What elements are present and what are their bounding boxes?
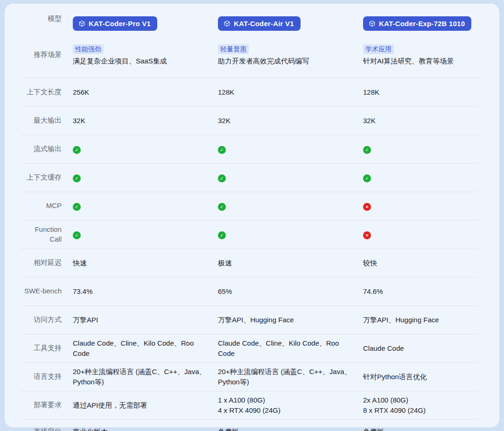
cell-exp: 较快	[363, 258, 478, 268]
table-row-streaming: 流式输出 ✓ ✓ ✓	[21, 135, 478, 163]
cell-pro: 256K	[73, 87, 218, 97]
row-label: 上下文长度	[21, 87, 73, 97]
check-icon: ✓	[363, 174, 371, 182]
row-label: Function Call	[21, 225, 73, 244]
cell-air: Claude Code、Cline、Kilo Code、Roo Code	[218, 338, 363, 359]
row-label: 上下文缓存	[21, 173, 73, 182]
scenario-desc-pro: 满足复杂企业项目、SaaS集成	[73, 56, 208, 66]
cell-exp: 32K	[363, 116, 478, 126]
cell-exp: Claude Code	[363, 343, 478, 354]
cell-pro: 商业化版本	[73, 427, 218, 431]
cell-air: 1 x A100 (80G) 4 x RTX 4090 (24G)	[218, 395, 363, 416]
row-label-scenario: 推荐场景	[21, 50, 73, 59]
cell-air: 免费版	[218, 427, 363, 431]
check-icon: ✓	[218, 146, 226, 154]
model-badge-pro[interactable]: KAT-Coder-Pro V1	[73, 16, 157, 31]
cell-exp: 免费版	[363, 427, 478, 431]
scenario-row: 推荐场景 性能强劲 满足复杂企业项目、SaaS集成 轻量普惠 助力开发者高效完成…	[21, 34, 478, 78]
table-row-function-call: Function Call ✓ ✓ ✕	[21, 220, 478, 249]
row-label-model: 模型	[21, 14, 73, 23]
table-row-deployment: 部署要求 通过API使用，无需部署 1 x A100 (80G) 4 x RTX…	[21, 391, 478, 419]
model-badge-label: KAT-Coder-Pro V1	[89, 19, 151, 29]
scenario-desc-exp: 针对AI算法研究、教育等场景	[363, 56, 468, 66]
row-label: 访问方式	[21, 315, 73, 324]
check-icon: ✓	[73, 146, 81, 154]
check-icon: ✓	[363, 146, 371, 154]
check-icon: ✓	[218, 174, 226, 182]
row-label: 市场定位	[21, 427, 73, 431]
cross-icon: ✕	[363, 231, 371, 239]
table-row-context-cache: 上下文缓存 ✓ ✓ ✓	[21, 163, 478, 192]
cell-pro: 73.4%	[73, 286, 218, 297]
cell-air: 128K	[218, 87, 363, 97]
table-row-swe-bench: SWE-bench 73.4% 65% 74.6%	[21, 277, 478, 306]
scenario-tag-exp: 学术应用	[363, 44, 394, 54]
cross-icon: ✕	[363, 203, 371, 211]
table-row-context-length: 上下文长度 256K 128K 128K	[21, 78, 478, 106]
cell-air: 65%	[218, 286, 363, 297]
cell-pro: 万擎API	[73, 315, 218, 325]
cell-pro: Claude Code、Cline、Kilo Code、Roo Code	[73, 338, 218, 359]
model-badge-exp[interactable]: KAT-Coder-Exp-72B 1010	[363, 16, 471, 31]
row-label: 部署要求	[21, 400, 73, 410]
model-comparison-card: 模型 KAT-Coder-Pro V1 KAT-Coder-Air V1	[5, 4, 499, 427]
model-cube-icon	[78, 20, 85, 27]
model-badge-air[interactable]: KAT-Coder-Air V1	[218, 16, 301, 31]
table-row-mcp: MCP ✓ ✓ ✕	[21, 192, 478, 220]
row-label: MCP	[21, 201, 73, 210]
cell-air: 20+种主流编程语言 (涵盖C、C++、Java、Python等)	[218, 367, 363, 387]
model-badge-label: KAT-Coder-Air V1	[234, 19, 294, 29]
model-cube-icon	[224, 20, 231, 27]
check-icon: ✓	[73, 231, 81, 239]
cell-exp: 74.6%	[363, 286, 478, 297]
cell-air: 万擎API、Hugging Face	[218, 315, 363, 325]
model-row: 模型 KAT-Coder-Pro V1 KAT-Coder-Air V1	[21, 4, 478, 34]
row-label: 相对延迟	[21, 258, 73, 267]
cell-pro: 32K	[73, 116, 218, 126]
check-icon: ✓	[218, 231, 226, 239]
table-row-latency: 相对延迟 快速 极速 较快	[21, 249, 478, 277]
table-row-tools: 工具支持 Claude Code、Cline、Kilo Code、Roo Cod…	[21, 334, 478, 362]
check-icon: ✓	[73, 174, 81, 182]
cell-exp: 2x A100 (80G) 8 x RTX 4090 (24G)	[363, 395, 478, 416]
check-icon: ✓	[218, 203, 226, 211]
check-icon: ✓	[73, 203, 81, 211]
cell-exp: 针对Python语言优化	[363, 372, 478, 382]
cell-air: 32K	[218, 116, 363, 126]
cell-exp: 128K	[363, 87, 478, 97]
table-row-languages: 语言支持 20+种主流编程语言 (涵盖C、C++、Java、Python等) 2…	[21, 362, 478, 391]
table-row-max-output: 最大输出 32K 32K 32K	[21, 106, 478, 135]
table-row-access: 访问方式 万擎API 万擎API、Hugging Face 万擎API、Hugg…	[21, 306, 478, 334]
cell-pro: 20+种主流编程语言 (涵盖C、C++、Java、Python等)	[73, 367, 218, 387]
cell-air: 极速	[218, 258, 363, 268]
table-row-positioning: 市场定位 商业化版本 免费版 免费版	[21, 419, 478, 431]
scenario-desc-air: 助力开发者高效完成代码编写	[218, 56, 353, 66]
model-cube-icon	[369, 20, 376, 27]
scenario-tag-air: 轻量普惠	[218, 44, 249, 54]
cell-pro: 通过API使用，无需部署	[73, 400, 218, 410]
row-label: 最大输出	[21, 116, 73, 125]
cell-pro: 快速	[73, 258, 218, 268]
model-badge-label: KAT-Coder-Exp-72B 1010	[379, 19, 465, 29]
row-label: SWE-bench	[21, 286, 73, 296]
cell-exp: 万擎API、Hugging Face	[363, 315, 478, 325]
row-label: 语言支持	[21, 372, 73, 381]
scenario-tag-pro: 性能强劲	[73, 44, 104, 54]
row-label: 流式输出	[21, 144, 73, 153]
row-label: 工具支持	[21, 343, 73, 353]
